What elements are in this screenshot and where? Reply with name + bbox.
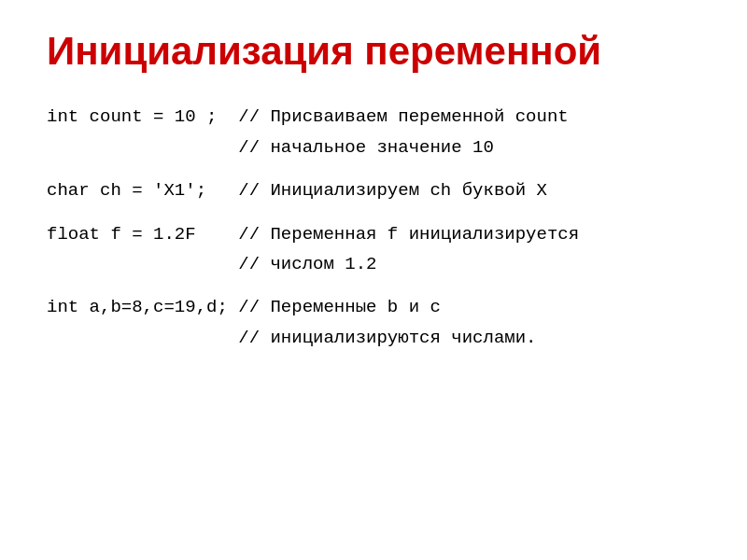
- code-group-2: char ch = 'X1'; // Инициализируем ch бук…: [47, 176, 700, 206]
- code-group-3: float f = 1.2F // Переменная f инициализ…: [47, 220, 700, 281]
- code-line-1: int count = 10 ; // Присваиваем переменн…: [47, 103, 700, 131]
- code-text-2: char ch = 'X1';: [47, 176, 238, 204]
- code-group-4: int a,b=8,c=19,d; // Переменные b и с //…: [47, 293, 700, 354]
- code-block: int count = 10 ; // Присваиваем переменн…: [47, 103, 700, 367]
- comment-text-1: // Присваиваем переменной count: [238, 103, 568, 131]
- comment-text-1b: // начальное значение 10: [238, 133, 494, 161]
- code-line-3: float f = 1.2F // Переменная f инициализ…: [47, 220, 700, 248]
- code-line-1b: // начальное значение 10: [47, 133, 700, 161]
- comment-text-3: // Переменная f инициализируется: [238, 220, 579, 248]
- code-text-3b: [47, 250, 238, 278]
- code-text-3: float f = 1.2F: [47, 220, 238, 248]
- code-line-2: char ch = 'X1'; // Инициализируем ch бук…: [47, 176, 700, 204]
- comment-text-4b: // инициализируются числами.: [238, 324, 536, 352]
- code-group-1: int count = 10 ; // Присваиваем переменн…: [47, 103, 700, 163]
- slide: Инициализация переменной int count = 10 …: [0, 0, 747, 560]
- comment-text-2: // Инициализируем ch буквой X: [238, 176, 547, 204]
- code-text-4: int a,b=8,c=19,d;: [47, 293, 238, 321]
- code-text-1b: [47, 133, 238, 161]
- slide-title: Инициализация переменной: [47, 28, 700, 75]
- code-text-4b: [47, 324, 238, 352]
- code-text-1: int count = 10 ;: [47, 103, 238, 131]
- code-line-4b: // инициализируются числами.: [47, 324, 700, 352]
- comment-text-4: // Переменные b и с: [238, 293, 441, 321]
- code-line-3b: // числом 1.2: [47, 250, 700, 278]
- comment-text-3b: // числом 1.2: [238, 250, 376, 278]
- code-line-4: int a,b=8,c=19,d; // Переменные b и с: [47, 293, 700, 321]
